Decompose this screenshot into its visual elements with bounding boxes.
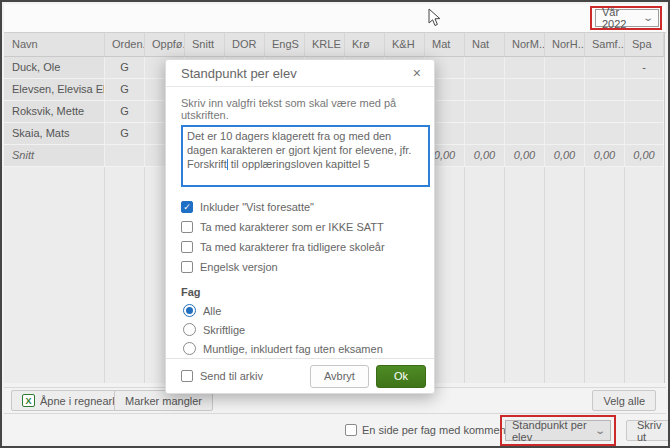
period-select-value: Vår 2022 — [602, 6, 644, 30]
ok-button[interactable]: Ok — [376, 365, 426, 388]
column-header[interactable]: Spa — [625, 33, 664, 56]
print-text-input[interactable]: Det er 10 dagers klagerett fra og med de… — [181, 125, 430, 187]
column-header[interactable]: NorH... — [545, 33, 585, 56]
table-cell[interactable]: Duck, Ole — [4, 57, 105, 78]
column-header[interactable]: DOR — [225, 33, 265, 56]
column-header[interactable]: NorM... — [505, 33, 545, 56]
column-header[interactable]: K&H — [385, 33, 425, 56]
checkbox-icon[interactable] — [181, 221, 193, 233]
table-cell[interactable] — [545, 79, 585, 100]
dialog-checkbox-row[interactable]: Ta med karakterer fra tidligere skoleår — [181, 237, 420, 257]
column-header[interactable]: Mat — [425, 33, 465, 56]
table-cell[interactable]: G — [105, 101, 145, 122]
table-cell[interactable] — [545, 57, 585, 78]
column-header[interactable]: Krø — [345, 33, 385, 56]
table-cell[interactable] — [505, 79, 545, 100]
checkbox-checked-icon[interactable]: ✓ — [181, 201, 193, 213]
column-header[interactable]: KRLE — [305, 33, 345, 56]
dialog-radio-row[interactable]: Alle — [183, 301, 420, 320]
table-grid-column — [625, 167, 664, 383]
table-grid-column — [545, 167, 585, 383]
subjects-radio-list: AlleSkriftligeMuntlige, inkludert fag ut… — [183, 301, 420, 358]
radio-icon[interactable] — [183, 342, 196, 355]
table-cell[interactable] — [585, 57, 625, 78]
table-grid-column — [585, 167, 625, 383]
open-spreadsheet-button[interactable]: X Åpne i regneark — [11, 390, 129, 411]
archive-checkbox[interactable] — [181, 370, 193, 382]
dialog-radio-row[interactable]: Skriftlige — [183, 320, 420, 339]
table-cell[interactable] — [545, 101, 585, 122]
archive-checkbox-label: Send til arkiv — [200, 370, 263, 382]
dialog-radio-row[interactable]: Muntlige, inkludert fag uten eksamen — [183, 339, 420, 358]
archive-checkbox-row[interactable]: Send til arkiv — [181, 370, 263, 382]
standpunkt-dialog: Standpunkt per elev × Skriv inn valgfri … — [165, 59, 435, 394]
table-cell: 0,00 — [625, 145, 664, 166]
table-cell[interactable] — [465, 123, 505, 144]
radio-label: Skriftlige — [203, 324, 245, 336]
column-header[interactable]: Oppfø... — [145, 33, 185, 56]
print-text-after-caret: til opplæringsloven kapittel 5 — [228, 158, 370, 170]
table-cell: 0,00 — [465, 145, 505, 166]
checkbox-label: Inkluder "Vist foresatte" — [200, 201, 314, 213]
report-type-value: Standpunkt per elev — [512, 419, 596, 443]
dialog-title: Standpunkt per elev — [181, 66, 297, 81]
table-cell[interactable] — [625, 101, 664, 122]
column-header[interactable]: Navn — [4, 33, 105, 56]
table-cell[interactable] — [585, 123, 625, 144]
dialog-checkbox-list: ✓Inkluder "Vist foresatte"Ta med karakte… — [181, 197, 420, 277]
checkbox-icon[interactable] — [181, 261, 193, 273]
table-cell[interactable] — [585, 79, 625, 100]
table-cell[interactable] — [545, 123, 585, 144]
chevron-down-icon: ⌄ — [642, 13, 654, 23]
ok-label: Ok — [394, 370, 408, 382]
table-cell[interactable] — [585, 101, 625, 122]
table-cell[interactable] — [465, 79, 505, 100]
table-cell: 0,00 — [545, 145, 585, 166]
table-cell[interactable] — [505, 101, 545, 122]
dialog-checkbox-row[interactable]: Engelsk versjon — [181, 257, 420, 277]
cancel-button[interactable]: Avbryt — [310, 365, 369, 388]
period-select[interactable]: Vår 2022 ⌄ — [595, 9, 659, 27]
column-header[interactable]: EngS — [265, 33, 305, 56]
table-grid-column — [105, 167, 145, 383]
dialog-checkbox-row[interactable]: ✓Inkluder "Vist foresatte" — [181, 197, 420, 217]
column-header[interactable]: Snitt — [185, 33, 225, 56]
table-cell[interactable]: Skaia, Mats — [4, 123, 105, 144]
print-label: Skriv ut — [637, 419, 661, 443]
table-cell[interactable]: G — [105, 123, 145, 144]
dialog-footer: Send til arkiv Avbryt Ok — [166, 358, 434, 393]
radio-selected-icon[interactable] — [183, 304, 196, 317]
table-cell: 0,00 — [585, 145, 625, 166]
table-cell[interactable]: Elevsen, Elevisa Elev... — [4, 79, 105, 100]
table-cell[interactable] — [465, 101, 505, 122]
table-cell[interactable]: Roksvik, Mette — [4, 101, 105, 122]
per-subject-checkbox[interactable] — [345, 424, 357, 436]
table-cell[interactable] — [505, 57, 545, 78]
table-cell[interactable] — [465, 57, 505, 78]
table-cell[interactable] — [625, 123, 664, 144]
dialog-body: Skriv inn valgfri tekst som skal være me… — [166, 87, 434, 358]
table-cell[interactable]: G — [105, 57, 145, 78]
radio-label: Alle — [203, 305, 221, 317]
checkbox-icon[interactable] — [181, 241, 193, 253]
chevron-down-icon: ⌄ — [594, 426, 606, 436]
column-header[interactable]: Samf... — [585, 33, 625, 56]
column-header[interactable]: Orden... — [105, 33, 145, 56]
dialog-checkbox-row[interactable]: Ta med karakterer som er IKKE SATT — [181, 217, 420, 237]
radio-icon[interactable] — [183, 323, 196, 336]
checkbox-label: Ta med karakterer som er IKKE SATT — [200, 221, 384, 233]
table-cell[interactable]: - — [625, 57, 664, 78]
table-cell — [105, 145, 145, 166]
table-cell[interactable] — [505, 123, 545, 144]
table-cell[interactable] — [625, 79, 664, 100]
close-icon[interactable]: × — [413, 65, 421, 81]
mark-missing-label: Marker mangler — [125, 395, 202, 407]
table-cell[interactable]: G — [105, 79, 145, 100]
print-text-instruction: Skriv inn valgfri tekst som skal være me… — [181, 97, 420, 121]
report-type-dropdown[interactable]: Standpunkt per elev ⌄ — [505, 420, 611, 441]
column-header[interactable]: Nat — [465, 33, 505, 56]
select-all-button[interactable]: Velg alle — [592, 390, 656, 411]
excel-icon: X — [22, 394, 35, 407]
print-button[interactable]: Skriv ut — [626, 420, 670, 441]
print-bar: En side per fag med kommentarer Standpun… — [4, 413, 666, 444]
